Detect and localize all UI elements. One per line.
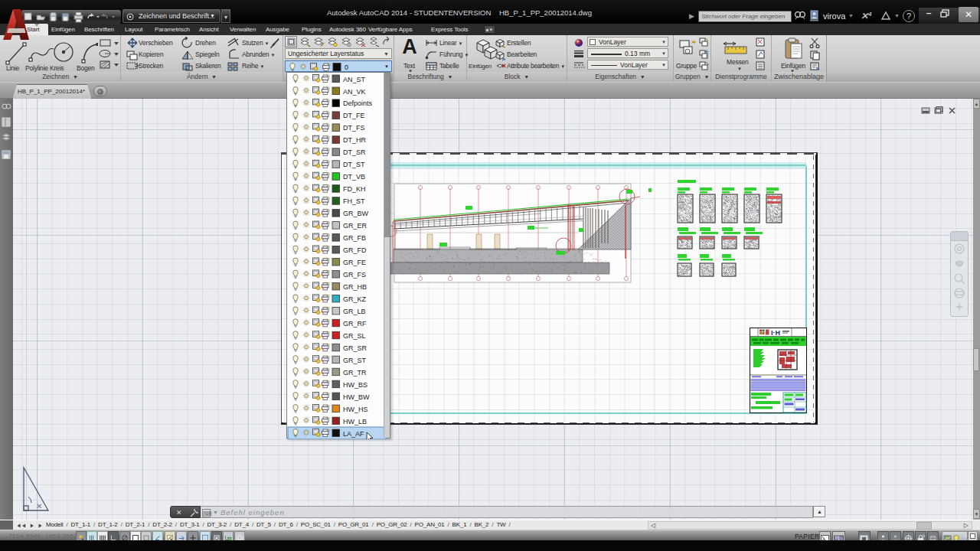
svg-text:?: ? [906,11,911,21]
svg-text:AN_ST: AN_ST [343,76,366,83]
svg-text:Defpoints: Defpoints [343,99,373,107]
svg-text:GR_FD: GR_FD [343,246,367,254]
svg-text:DT_FS: DT_FS [343,124,365,132]
svg-text:GR_ER: GR_ER [343,222,368,230]
svg-text:DT_SR: DT_SR [343,148,366,156]
svg-text:HW_HS: HW_HS [343,406,368,413]
svg-text:GR_SL: GR_SL [343,332,366,340]
svg-text:GR_BW: GR_BW [343,210,369,217]
svg-text:FD_KH: FD_KH [343,185,366,193]
svg-text:DT_VB: DT_VB [343,173,365,181]
svg-text:LA_AF: LA_AF [343,430,364,438]
svg-text:GR_FB: GR_FB [343,234,366,242]
svg-text:GR_SR: GR_SR [343,344,368,352]
svg-text:DT_FE: DT_FE [343,112,365,119]
svg-text:GR_HB: GR_HB [343,283,367,291]
svg-text:GR_FS: GR_FS [343,271,366,279]
svg-text:GR_TR: GR_TR [343,369,367,377]
svg-text:GR_RF: GR_RF [343,320,367,328]
svg-text:AN_VK: AN_VK [343,88,366,96]
svg-text:FH_ST: FH_ST [343,197,365,205]
svg-text:HW_LB: HW_LB [343,418,367,425]
svg-text:HW_BW: HW_BW [343,393,370,401]
svg-text:I·H: I·H [771,329,780,337]
svg-text:HW_BS: HW_BS [343,381,368,389]
svg-text:GR_FE: GR_FE [343,259,366,266]
svg-text:GR_KZ: GR_KZ [343,295,367,303]
svg-text:✕: ✕ [36,502,42,510]
svg-text:0: 0 [345,64,348,71]
svg-text:GR_LB: GR_LB [343,308,366,315]
svg-text:DT_HR: DT_HR [343,136,367,144]
svg-text:DT_ST: DT_ST [343,161,365,168]
svg-text:GR_ST: GR_ST [343,357,367,364]
